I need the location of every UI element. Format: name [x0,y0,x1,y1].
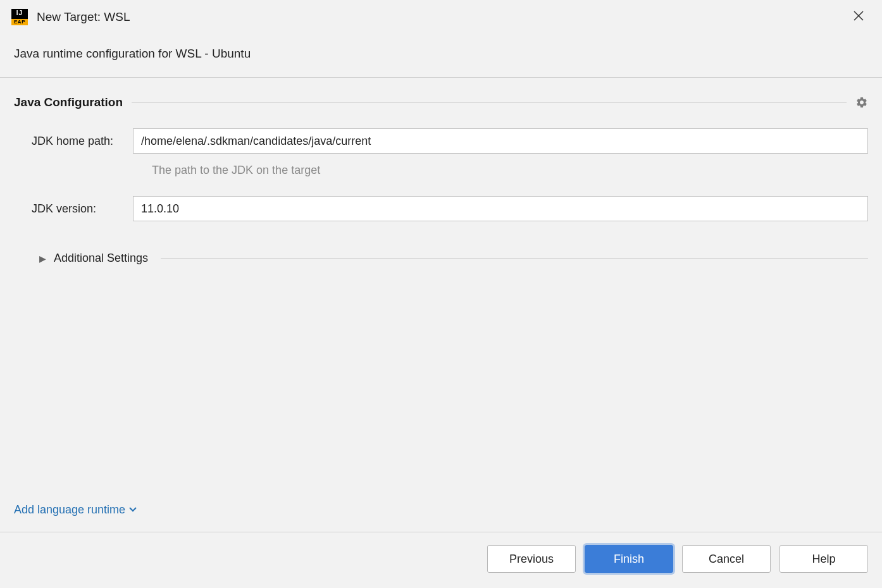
footer: Previous Finish Cancel Help [0,532,882,588]
add-language-runtime-link[interactable]: Add language runtime [14,492,868,532]
chevron-right-icon[interactable]: ▶ [39,254,46,264]
section-divider [132,102,847,103]
content-area: Java Configuration JDK home path: The pa… [0,77,882,532]
jdk-version-row: JDK version: [14,196,868,221]
gear-icon[interactable] [855,96,868,109]
title-bar: IJ EAP New Target: WSL [0,0,882,33]
jdk-version-input[interactable] [133,196,868,221]
jdk-home-input[interactable] [133,128,868,154]
cancel-button[interactable]: Cancel [682,545,771,573]
jdk-home-hint: The path to the JDK on the target [152,164,868,177]
jdk-version-label: JDK version: [14,202,121,216]
additional-settings-title: Additional Settings [54,252,148,265]
app-icon: IJ EAP [11,9,28,25]
jdk-home-row: JDK home path: [14,128,868,154]
section-header: Java Configuration [14,95,868,109]
help-button[interactable]: Help [780,545,868,573]
finish-button[interactable]: Finish [585,545,673,573]
page-subtitle: Java runtime configuration for WSL - Ubu… [0,33,882,77]
chevron-down-icon [129,505,137,515]
window-title: New Target: WSL [37,10,130,24]
add-language-runtime-text: Add language runtime [14,503,125,517]
title-left: IJ EAP New Target: WSL [11,9,130,25]
close-icon[interactable] [847,8,871,27]
previous-button[interactable]: Previous [487,545,576,573]
additional-settings-divider [161,258,868,259]
section-title: Java Configuration [14,95,123,109]
jdk-home-label: JDK home path: [14,135,121,148]
spacer [14,265,868,492]
additional-settings-row[interactable]: ▶ Additional Settings [14,252,868,265]
